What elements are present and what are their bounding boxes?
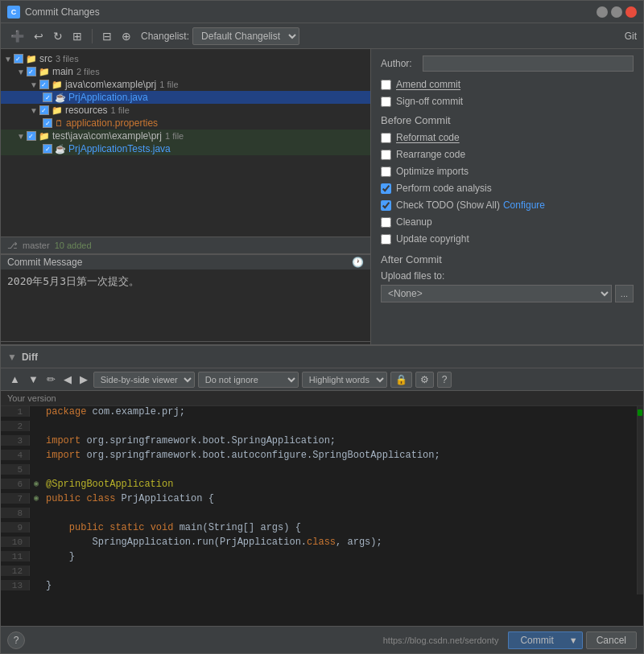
ignore-select[interactable]: Do not ignore Ignore whitespaces — [198, 372, 299, 388]
diff-lock-button[interactable]: 🔒 — [390, 372, 412, 388]
toolbar-separator — [92, 29, 93, 43]
code-line-6: 6 ◉ @SpringBootApplication — [1, 479, 637, 493]
diff-right-indicator — [637, 406, 643, 594]
upload-select[interactable]: <None> — [381, 285, 612, 302]
close-button[interactable] — [625, 6, 637, 18]
tree-item-main[interactable]: ▼ ✓ 📁 main 2 files — [1, 65, 370, 78]
refresh-button[interactable]: ↻ — [50, 28, 66, 44]
commit-message-area: Commit Message 🕐 2020年5月3日第一次提交。 — [1, 254, 370, 344]
line-code-4: import org.springframework.boot.autoconf… — [43, 450, 637, 461]
diff-right-button[interactable]: ▶ — [77, 372, 90, 386]
check-todo-checkbox[interactable] — [381, 200, 391, 211]
diff-settings-button[interactable]: ⚙ — [415, 372, 434, 388]
optimize-imports-checkbox[interactable] — [381, 167, 391, 177]
amend-commit-checkbox[interactable] — [381, 80, 391, 90]
reformat-code-label[interactable]: Reformat code — [396, 132, 460, 143]
group-button[interactable]: ⊞ — [69, 28, 85, 44]
tree-item-src[interactable]: ▼ ✓ 📁 src 3 files — [1, 52, 370, 65]
cancel-button[interactable]: Cancel — [586, 631, 637, 649]
branch-icon: ⎇ — [7, 241, 18, 251]
commit-message-input[interactable]: 2020年5月3日第一次提交。 — [1, 269, 370, 342]
tree-item-java-pkg[interactable]: ▼ ✓ 📁 java\com\example\prj 1 file — [1, 78, 370, 91]
code-line-3: 3 import org.springframework.boot.Spring… — [1, 435, 637, 450]
tree-item-resources[interactable]: ▼ ✓ 📁 resources 1 file — [1, 104, 370, 117]
diff-help-button[interactable]: ? — [437, 372, 452, 388]
rearrange-code-item: Rearrange code — [381, 148, 634, 161]
update-copyright-label[interactable]: Update copyright — [396, 233, 469, 245]
perform-analysis-label[interactable]: Perform code analysis — [396, 183, 492, 194]
highlight-select[interactable]: Highlight words Highlight chars None — [302, 372, 387, 388]
file-tree[interactable]: ▼ ✓ 📁 src 3 files ▼ ✓ 📁 main 2 files ▼ — [1, 49, 370, 237]
help-button[interactable]: ? — [7, 631, 25, 649]
filecount-resources: 1 file — [111, 105, 130, 115]
diff-content: Your version 1 package com.example.prj; … — [1, 391, 643, 626]
check-todo-label[interactable]: Check TODO (Show All) — [396, 199, 500, 211]
code-line-9: 9 public static void main(String[] args)… — [1, 522, 637, 537]
update-copyright-checkbox[interactable] — [381, 234, 391, 245]
status-bar: ⎇ master 10 added — [1, 237, 370, 254]
tree-item-prjapplicationtests[interactable]: ✓ ☕ PrjApplicationTests.java — [1, 142, 370, 155]
upload-field: Upload files to: — [381, 270, 634, 282]
amend-commit-label[interactable]: Amend commit — [396, 79, 460, 90]
undo-button[interactable]: ↩ — [31, 28, 47, 44]
tree-item-test-pkg[interactable]: ▼ ✓ 📁 test\java\com\example\prj 1 file — [1, 130, 370, 142]
maximize-button[interactable] — [611, 6, 622, 18]
upload-browse-button[interactable]: ... — [615, 285, 634, 302]
checkbox-resources[interactable]: ✓ — [39, 105, 49, 115]
rearrange-code-label[interactable]: Rearrange code — [396, 149, 465, 160]
checkbox-prjapplicationtests[interactable]: ✓ — [43, 144, 52, 154]
line-num-6: 6 — [1, 479, 30, 489]
cleanup-checkbox[interactable] — [381, 217, 391, 228]
perform-analysis-checkbox[interactable] — [381, 183, 391, 194]
bottom-bar: ? https://blog.csdn.net/serdonty Commit … — [1, 626, 643, 653]
signoff-commit-label[interactable]: Sign-off commit — [396, 96, 463, 107]
commit-main-button[interactable]: Commit — [508, 631, 564, 649]
configure-link[interactable]: Configure — [503, 199, 545, 211]
checkbox-java-pkg[interactable]: ✓ — [39, 80, 49, 89]
diff-next-button[interactable]: ▼ — [26, 372, 41, 386]
checkbox-test-pkg[interactable]: ✓ — [27, 131, 36, 141]
code-line-2: 2 — [1, 421, 637, 435]
diff-prev-button[interactable]: ▲ — [7, 372, 23, 386]
checkbox-prjapplication[interactable]: ✓ — [43, 93, 52, 102]
cleanup-label[interactable]: Cleanup — [396, 216, 432, 228]
line-num-11: 11 — [1, 551, 30, 561]
check-todo-item: Check TODO (Show All) Configure — [381, 199, 634, 212]
signoff-commit-checkbox[interactable] — [381, 97, 391, 107]
reformat-code-checkbox[interactable] — [381, 133, 391, 143]
viewer-select[interactable]: Side-by-side viewer Unified viewer — [93, 372, 195, 388]
changelist-select[interactable]: Default Changelist — [192, 27, 299, 45]
minimize-button[interactable] — [597, 6, 608, 18]
diff-left-button[interactable]: ◀ — [61, 372, 74, 386]
line-code-9: public static void main(String[] args) { — [43, 522, 637, 533]
checkbox-main[interactable]: ✓ — [27, 67, 36, 76]
folder-icon-java-pkg: 📁 — [52, 80, 63, 90]
folder-icon-resources: 📁 — [52, 105, 63, 116]
git-label: Git — [625, 31, 637, 42]
code-line-1: 1 package com.example.prj; — [1, 406, 637, 421]
diff-edit-button[interactable]: ✏ — [44, 372, 58, 386]
line-code-1: package com.example.prj; — [43, 406, 637, 417]
tree-item-prjapplication[interactable]: ✓ ☕ PrjApplication.java — [1, 91, 370, 104]
collapse-button[interactable]: ⊟ — [99, 28, 115, 44]
code-line-13: 13 } — [1, 580, 637, 594]
rearrange-code-checkbox[interactable] — [381, 150, 391, 160]
commit-dropdown-button[interactable]: ▼ — [565, 631, 583, 649]
checkbox-application-props[interactable]: ✓ — [43, 118, 52, 128]
signoff-commit-item: Sign-off commit — [381, 95, 634, 108]
optimize-imports-label[interactable]: Optimize imports — [396, 166, 469, 177]
after-commit-title: After Commit — [381, 253, 634, 265]
cleanup-item: Cleanup — [381, 216, 634, 228]
add-button[interactable]: ➕ — [7, 28, 27, 44]
title-bar: C Commit Changes — [1, 1, 643, 23]
author-input[interactable] — [423, 56, 634, 72]
diff-header: ▼ Diff — [1, 346, 643, 368]
diff-collapse-arrow[interactable]: ▼ — [7, 352, 17, 363]
tree-item-application-props[interactable]: ✓ 🗒 application.properties — [1, 117, 370, 130]
expand-arrow-test-pkg: ▼ — [17, 132, 25, 141]
reformat-code-item: Reformat code — [381, 131, 634, 144]
line-num-1: 1 — [1, 406, 30, 417]
diff-change-indicator — [638, 409, 642, 416]
expand-button[interactable]: ⊕ — [118, 28, 134, 44]
checkbox-src[interactable]: ✓ — [14, 54, 23, 64]
